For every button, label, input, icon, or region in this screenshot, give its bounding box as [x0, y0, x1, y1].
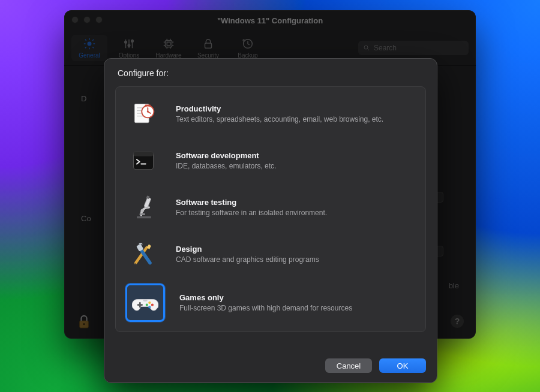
sheet-footer: Cancel OK: [104, 350, 437, 382]
window-title: "Windows 11" Configuration: [64, 16, 476, 25]
option-design[interactable]: Design CAD software and graphics editing…: [116, 231, 425, 278]
tab-general[interactable]: General: [71, 35, 107, 61]
search-icon: [363, 44, 370, 52]
svg-rect-15: [145, 104, 151, 106]
design-tools-icon: [130, 241, 157, 267]
svg-rect-18: [137, 216, 151, 219]
tab-label: General: [79, 52, 100, 59]
window-controls: [71, 16, 103, 23]
option-desc: For testing software in an isolated envi…: [176, 209, 327, 217]
profile-option-list: Productivity Text editors, spreadsheets,…: [115, 86, 426, 332]
obscured-text: D: [81, 94, 86, 103]
search-placeholder: Search: [374, 44, 397, 52]
svg-point-0: [88, 42, 91, 46]
svg-rect-17: [134, 152, 154, 156]
option-title: Software testing: [176, 198, 327, 207]
svg-rect-4: [166, 41, 172, 47]
button-label: OK: [397, 361, 409, 370]
option-productivity[interactable]: Productivity Text editors, spreadsheets,…: [116, 91, 425, 137]
productivity-icon: [130, 101, 157, 127]
svg-point-27: [151, 304, 154, 306]
cpu-icon: [162, 37, 175, 50]
tab-options[interactable]: Options: [111, 35, 147, 61]
svg-rect-22: [140, 213, 145, 215]
option-desc: Text editors, spreadsheets, accounting, …: [176, 115, 383, 123]
button-label: Cancel: [337, 361, 361, 370]
svg-point-14: [147, 111, 149, 113]
gear-icon: [83, 37, 96, 50]
svg-point-29: [146, 304, 148, 306]
option-desc: CAD software and graphics editing progra…: [176, 255, 319, 264]
titlebar: "Windows 11" Configuration: [64, 10, 476, 31]
padlock-icon: [77, 315, 91, 329]
svg-point-2: [128, 44, 130, 47]
configure-for-sheet: Configure for: Productivity Text editors…: [104, 58, 437, 383]
terminal-icon: [130, 147, 157, 174]
svg-rect-6: [205, 43, 212, 48]
backup-icon: [241, 37, 254, 50]
cancel-button[interactable]: Cancel: [325, 358, 372, 373]
svg-point-1: [125, 41, 127, 43]
option-games-only[interactable]: Games only Full-screen 3D games with hig…: [116, 278, 425, 328]
gamepad-icon: [132, 290, 158, 316]
close-window-button[interactable]: [71, 16, 79, 23]
help-button[interactable]: ?: [451, 315, 464, 328]
svg-point-30: [143, 300, 147, 301]
sheet-title: Configure for:: [104, 59, 437, 84]
svg-rect-19: [144, 197, 151, 208]
svg-point-3: [131, 40, 134, 43]
option-desc: IDE, databases, emulators, etc.: [176, 162, 276, 170]
svg-point-26: [148, 301, 151, 304]
svg-point-8: [364, 46, 368, 49]
help-label: ?: [455, 316, 460, 326]
option-title: Design: [176, 245, 319, 254]
option-title: Productivity: [176, 104, 383, 113]
svg-rect-5: [167, 42, 170, 46]
minimize-window-button[interactable]: [83, 16, 91, 23]
microscope-icon: [130, 194, 157, 221]
option-title: Games only: [179, 293, 352, 302]
zoom-window-button[interactable]: [95, 16, 103, 23]
svg-point-10: [83, 323, 85, 325]
obscured-text: Co: [81, 214, 91, 223]
option-title: Software development: [176, 151, 276, 160]
svg-rect-25: [137, 304, 143, 306]
lock-icon: [202, 37, 215, 50]
svg-point-28: [148, 306, 151, 308]
ok-button[interactable]: OK: [379, 358, 426, 373]
lock-button[interactable]: [77, 315, 91, 328]
tab-backup[interactable]: Backup: [230, 35, 266, 61]
search-input[interactable]: Search: [358, 41, 469, 55]
option-software-testing[interactable]: Software testing For testing software in…: [116, 184, 425, 231]
obscured-text: ble: [449, 281, 459, 290]
sliders-icon: [122, 37, 136, 50]
option-desc: Full-screen 3D games with high demand fo…: [179, 304, 352, 312]
tab-security[interactable]: Security: [190, 35, 226, 61]
tab-hardware[interactable]: Hardware: [151, 35, 187, 61]
svg-point-21: [140, 209, 144, 213]
option-software-development[interactable]: Software development IDE, databases, emu…: [116, 137, 425, 184]
